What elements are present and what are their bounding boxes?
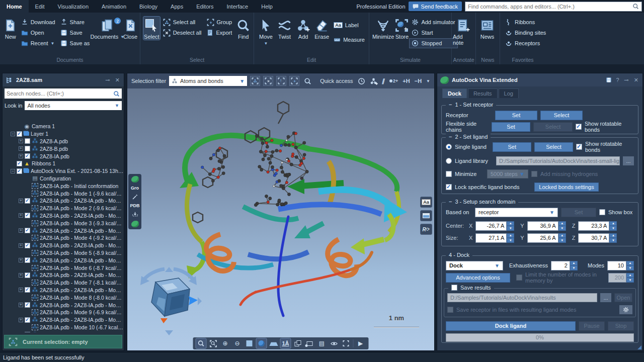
expand-toggle[interactable]: +: [19, 243, 23, 248]
dock-ligand-button[interactable]: Dock ligand: [446, 321, 576, 331]
node-checkbox[interactable]: [25, 228, 30, 233]
tree-item[interactable]: 2AZ8-IA.pdb - Mode 9 (-6.9 kcal/mol; 8.0…: [6, 309, 124, 316]
select-all-button[interactable]: Select all: [161, 18, 204, 27]
tree-item[interactable]: 2AZ8-IA.pdb - Mode 4 (-9.2 kcal/mol; 5.6…: [6, 234, 124, 242]
current-selection-bar[interactable]: Current selection: empty: [4, 335, 122, 348]
tree-item[interactable]: 2AZ8-IA.pdb - Mode 3 (-9.3 kcal/mol; 2.2…: [6, 219, 124, 227]
tree-item[interactable]: Ribbons 1: [6, 160, 124, 167]
group-button[interactable]: Group: [205, 18, 234, 27]
binding-sites-button[interactable]: Binding sites: [503, 28, 548, 37]
selection-filter-select[interactable]: Atoms and bonds ▼: [169, 76, 247, 86]
open-button[interactable]: Open: [19, 28, 57, 37]
receptors-button[interactable]: Receptors: [503, 39, 548, 48]
close-icon[interactable]: ✕: [114, 77, 121, 83]
receptor-select-button[interactable]: Select: [540, 111, 583, 120]
node-checkbox[interactable]: [25, 243, 30, 248]
spin-down[interactable]: ▼: [558, 238, 566, 243]
minimize-button[interactable]: Minimize: [372, 17, 394, 40]
tab-dock[interactable]: Dock: [442, 88, 467, 98]
stopped-button[interactable]: Stopped: [410, 39, 457, 48]
node-checkbox[interactable]: [17, 168, 22, 174]
expand-toggle[interactable]: +: [19, 139, 23, 143]
spin-down[interactable]: ▼: [507, 226, 514, 231]
node-search-input[interactable]: [7, 90, 113, 97]
spin-down[interactable]: ▼: [570, 265, 578, 270]
viewport[interactable]: Gro PDB Aa R⟳ 1 nm ⊕ ⊖ 1Å: [127, 73, 435, 351]
measure-toggle-button[interactable]: [420, 210, 432, 221]
center-y-value[interactable]: 36,9 A: [527, 221, 558, 231]
select-up-button[interactable]: ↑: [276, 76, 286, 86]
tree-item[interactable]: + 2AZ8-IA.pdb - 2AZ8-IA.pdb - Mode 5 (-8…: [6, 256, 124, 264]
deselect-all-button[interactable]: Deselect all: [161, 28, 204, 37]
expand-toggle[interactable]: +: [19, 303, 23, 307]
node-checkbox[interactable]: [25, 138, 30, 144]
pause-button[interactable]: Pause: [579, 321, 605, 331]
labels-toggle-button[interactable]: Aa: [420, 197, 432, 208]
new-button[interactable]: New: [3, 17, 18, 40]
save-button[interactable]: Save: [58, 28, 92, 37]
center-x-spinner[interactable]: -26,7 A▲▼: [475, 221, 514, 231]
expand-toggle[interactable]: +: [19, 288, 23, 292]
tree-item[interactable]: 2AZ8-IA.pdb - Mode 5 (-8.9 kcal/mol; 3.5…: [6, 249, 124, 257]
collapse-icon[interactable]: −: [449, 102, 452, 108]
add-simulator-button[interactable]: Add simulator: [410, 18, 457, 27]
navigation-cube[interactable]: [136, 266, 202, 336]
expand-toggle[interactable]: +: [19, 213, 23, 218]
library-path-field[interactable]: D:/Samples/Tutorials/AutoDockVina/test-s…: [496, 156, 620, 165]
menu-item[interactable]: Interface: [220, 0, 255, 13]
tree-item[interactable]: + 2AZ8-IA.pdb - 2AZ8-IA.pdb - Mode 6 (-8…: [6, 272, 124, 279]
fullscreen-button[interactable]: [341, 338, 351, 348]
command-search[interactable]: [465, 2, 642, 12]
locked-bonds-settings-button[interactable]: Locked bonds settings: [534, 183, 599, 192]
viewport-3d-scene[interactable]: Gro PDB Aa R⟳ 1 nm ⊕ ⊖ 1Å: [127, 73, 434, 350]
advanced-options-button[interactable]: Advanced options: [446, 273, 510, 283]
spin-down[interactable]: ▼: [507, 238, 514, 243]
play-button[interactable]: ▶: [356, 338, 366, 348]
expand-toggle[interactable]: +: [19, 258, 23, 262]
orientation-cube-button[interactable]: [257, 338, 267, 348]
spin-up[interactable]: ▲: [609, 233, 617, 238]
results-settings-button[interactable]: [619, 305, 632, 314]
simulation-timer-icon[interactable]: [358, 77, 365, 85]
menu-item[interactable]: Help: [255, 0, 279, 13]
pin-icon[interactable]: ⊸: [623, 77, 630, 83]
move-dropdown-arrow[interactable]: ▼: [264, 41, 268, 46]
export-button[interactable]: Export: [205, 28, 234, 37]
spin-down[interactable]: ▼: [558, 226, 566, 231]
node-checkbox[interactable]: [25, 302, 30, 308]
tree-item[interactable]: + 2AZ8-IA.pdb - 2AZ8-IA.pdb - Mode 7 (-8…: [6, 287, 124, 294]
exhaustiveness-value[interactable]: 2: [551, 261, 570, 270]
tree-item[interactable]: + 2AZ8-IA.pdb - 2AZ8-IA.pdb - Mode 1 (-9…: [6, 197, 124, 205]
expand-toggle[interactable]: +: [19, 146, 23, 151]
node-checkbox[interactable]: [25, 153, 30, 159]
deselect-button[interactable]: [263, 76, 273, 86]
erase-button[interactable]: Erase: [313, 17, 331, 40]
dock-mode-select[interactable]: Dock▼: [446, 261, 503, 270]
expand-toggle[interactable]: +: [19, 154, 23, 158]
stop-button[interactable]: Stop: [608, 321, 634, 331]
spin-up[interactable]: ▲: [507, 233, 514, 238]
ligand-set-button[interactable]: Set: [493, 142, 531, 152]
single-ligand-radio[interactable]: [446, 144, 452, 150]
expand-toggle[interactable]: −: [11, 169, 15, 173]
results-browse-button[interactable]: ...: [600, 293, 611, 302]
expand-toggle[interactable]: +: [19, 199, 23, 203]
save-settings-icon[interactable]: [606, 77, 612, 83]
menu-item[interactable]: Apps: [164, 0, 190, 13]
background-button[interactable]: [245, 338, 255, 348]
collapse-icon[interactable]: −: [449, 199, 452, 205]
help-icon[interactable]: ?: [615, 77, 620, 83]
limit-spinner[interactable]: 200▲▼: [608, 273, 634, 283]
ribbons-button[interactable]: Ribbons: [503, 18, 548, 27]
tree-item[interactable]: 2AZ8-IA.pdb - Mode 2 (-9.6 kcal/mol; 2.3…: [6, 205, 124, 212]
expand-toggle[interactable]: +: [19, 318, 23, 322]
spin-down[interactable]: ▼: [626, 278, 634, 283]
label-button[interactable]: AaLabel: [332, 21, 367, 30]
presentation-button[interactable]: [305, 338, 315, 348]
tree-item[interactable]: 2AZ8-IA.pdb - Mode 1 (-9.6 kcal/mol; 0.0…: [6, 190, 124, 197]
tree-item[interactable]: 2AZ8-IA.pdb - Mode 8 (-8.0 kcal/mol; 6.3…: [6, 294, 124, 301]
results-path-field[interactable]: D:/Samples/Tutorials/AutoDockVina/result…: [447, 293, 597, 302]
show-rotatable-checkbox[interactable]: [576, 124, 582, 130]
limit-value[interactable]: 200: [608, 273, 626, 283]
center-z-value[interactable]: 23,3 A: [578, 221, 609, 231]
